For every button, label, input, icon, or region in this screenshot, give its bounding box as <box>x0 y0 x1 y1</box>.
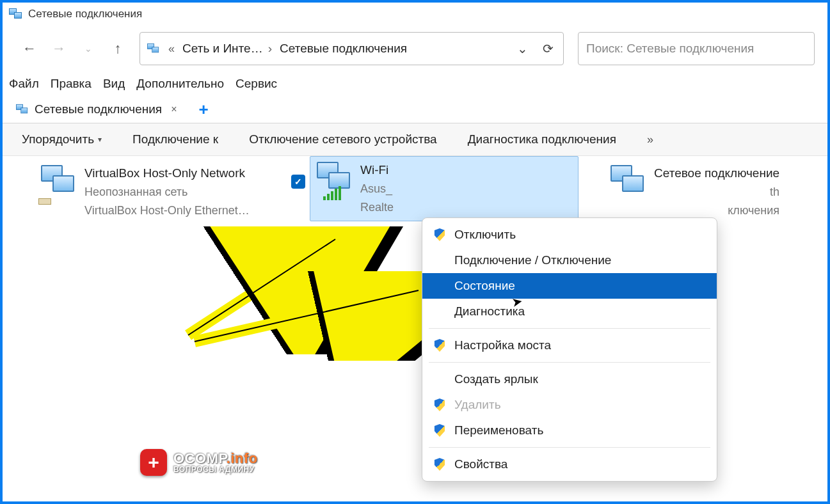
ctx-label: Подключение / Отключение <box>454 253 611 267</box>
connection-name: VirtualBox Host-Only Network <box>84 164 250 183</box>
ctx-label: Переименовать <box>454 423 543 437</box>
menu-service[interactable]: Сервис <box>235 77 277 91</box>
nav-up-button[interactable]: ↑ <box>110 40 125 57</box>
breadcrumb-label: Сетевые подключения <box>280 42 407 56</box>
tab-icon <box>16 104 29 114</box>
ctx-diagnostics[interactable]: Диагностика <box>422 299 717 324</box>
icon-placeholder <box>434 280 445 292</box>
tab-close-button[interactable]: × <box>167 104 180 115</box>
watermark-brand: OCOMP.info <box>173 452 258 466</box>
menu-extra[interactable]: Дополнительно <box>136 77 224 91</box>
breadcrumb-item-network[interactable]: Сеть и Инте… › <box>182 42 272 56</box>
address-icon <box>147 43 160 54</box>
ctx-bridge[interactable]: Настройка моста <box>422 333 717 358</box>
connection-name: Сетевое подключение <box>654 164 779 183</box>
menu-view[interactable]: Вид <box>103 77 125 91</box>
network-adapter-icon <box>38 164 77 202</box>
toolbar-diagnostics[interactable]: Диагностика подключения <box>468 132 616 146</box>
refresh-button[interactable]: ⟳ <box>539 41 557 56</box>
menu-separator <box>429 447 710 448</box>
ctx-disable[interactable]: Отключить <box>422 222 717 248</box>
shield-icon <box>434 228 445 241</box>
ctx-label: Создать ярлык <box>454 372 538 386</box>
tab-network-connections[interactable]: Сетевые подключения × <box>9 98 187 120</box>
watermark-subtitle: ВОПРОСЫ АДМИНУ <box>173 466 258 473</box>
context-menu: Отключить Подключение / Отключение Состо… <box>422 217 717 482</box>
command-toolbar: Упорядочить ▾ Подключение к Отключение с… <box>3 123 827 156</box>
address-dropdown-button[interactable]: ⌄ <box>513 41 531 56</box>
search-input[interactable]: Поиск: Сетевые подключения <box>578 32 815 65</box>
watermark-brand-suffix: .info <box>227 450 258 466</box>
window-frame: Сетевые подключения ← → ⌄ ↑ « Сеть и Инт… <box>0 0 830 504</box>
menu-separator <box>429 362 710 363</box>
breadcrumb-root-sep[interactable]: « <box>168 42 175 56</box>
toolbar-label: Упорядочить <box>22 132 94 146</box>
connection-status: Asus_ <box>360 180 394 198</box>
connection-item-bluetooth[interactable]: Сетевое подключение th ключения <box>604 160 815 224</box>
shield-icon <box>434 398 445 411</box>
connection-name: Wi-Fi <box>360 161 394 180</box>
nav-recent-dropdown[interactable]: ⌄ <box>81 43 96 54</box>
tab-label: Сетевые подключения <box>35 102 162 116</box>
ctx-properties[interactable]: Свойства <box>422 452 717 477</box>
ctx-label: Состояние <box>454 279 515 293</box>
network-adapter-icon <box>608 164 646 202</box>
connection-status: th <box>654 183 779 201</box>
ctx-label: Отключить <box>454 228 516 242</box>
connection-adapter: Realte <box>360 198 394 217</box>
menu-edit[interactable]: Правка <box>51 77 92 91</box>
ctx-label: Настройка моста <box>454 338 551 352</box>
ctx-label: Удалить <box>454 398 501 412</box>
nav-forward-button[interactable]: → <box>51 40 67 57</box>
shield-icon <box>434 339 445 352</box>
toolbar-organize[interactable]: Упорядочить ▾ <box>22 132 102 146</box>
network-connections-icon <box>9 8 23 20</box>
ctx-delete: Удалить <box>422 392 717 418</box>
ctx-create-shortcut[interactable]: Создать ярлык <box>422 366 717 392</box>
chevron-down-icon: ▾ <box>98 135 102 144</box>
toolbar-overflow[interactable]: » <box>647 133 653 146</box>
icon-placeholder <box>434 373 445 386</box>
menu-bar: Файл Правка Вид Дополнительно Сервис <box>3 72 827 96</box>
connection-item-wifi[interactable]: ✓ Wi-Fi Asus_ Realte <box>310 156 579 221</box>
breadcrumb-item-connections[interactable]: Сетевые подключения <box>280 42 407 56</box>
watermark-badge: + <box>140 449 167 476</box>
connection-adapter: VirtualBox Host-Only Ethernet… <box>84 201 250 220</box>
toolbar-connect-to[interactable]: Подключение к <box>132 132 218 146</box>
watermark-brand-main: OCOMP <box>173 450 227 466</box>
network-adapter-wifi-icon <box>314 161 353 199</box>
watermark: + OCOMP.info ВОПРОСЫ АДМИНУ <box>140 449 258 476</box>
connection-status: Неопознанная сеть <box>84 183 250 201</box>
ctx-connect-disconnect[interactable]: Подключение / Отключение <box>422 248 717 273</box>
chevron-right-icon: › <box>268 42 272 56</box>
address-bar[interactable]: « Сеть и Инте… › Сетевые подключения ⌄ ⟳ <box>140 32 564 65</box>
menu-separator <box>429 328 710 329</box>
ctx-status[interactable]: Состояние <box>422 273 717 299</box>
window-title: Сетевые подключения <box>28 8 142 20</box>
shield-icon <box>434 458 445 471</box>
tabs-row: Сетевые подключения × + <box>3 96 827 123</box>
icon-placeholder <box>434 305 445 318</box>
connection-item-virtualbox[interactable]: VirtualBox Host-Only Network Неопознанна… <box>35 160 291 224</box>
tab-add-button[interactable]: + <box>192 100 214 120</box>
nav-back-button[interactable]: ← <box>22 40 37 57</box>
toolbar-disable-device[interactable]: Отключение сетевого устройства <box>249 132 437 146</box>
selection-checkbox[interactable]: ✓ <box>291 175 305 189</box>
breadcrumb-label: Сеть и Инте… <box>182 42 263 56</box>
search-placeholder: Поиск: Сетевые подключения <box>586 42 754 56</box>
menu-file[interactable]: Файл <box>9 77 39 91</box>
icon-placeholder <box>434 254 445 267</box>
title-bar: Сетевые подключения <box>3 3 827 26</box>
ctx-rename[interactable]: Переименовать <box>422 418 717 443</box>
shield-icon <box>434 424 445 437</box>
ctx-label: Свойства <box>454 457 507 471</box>
navigation-row: ← → ⌄ ↑ « Сеть и Инте… › Сетевые подключ… <box>3 26 827 72</box>
